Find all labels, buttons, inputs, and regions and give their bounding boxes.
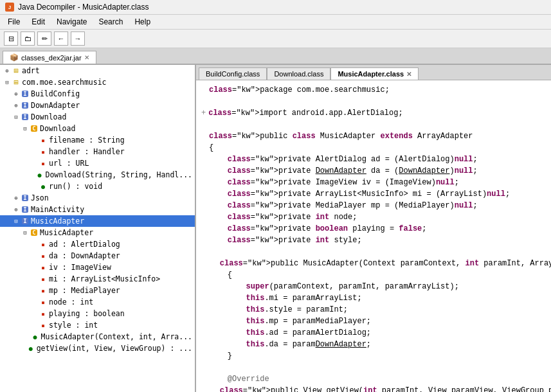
toolbar: ⊟ 🗀 ✏ ← →	[0, 30, 551, 48]
code-tab-label: MusicAdapter.class	[338, 70, 404, 78]
tree-node[interactable]: ▪handler : Handler	[0, 146, 195, 157]
expand-icon[interactable]: ⊕	[3, 66, 12, 75]
jar-tab-label: classes_dex2jar.jar	[21, 54, 82, 62]
expand-icon[interactable]	[30, 240, 39, 249]
tree-node-label: MusicAdapter(Context, int, Arra...	[41, 332, 192, 341]
expand-icon[interactable]	[30, 251, 39, 260]
tree-node[interactable]: ▪playing : boolean	[0, 308, 195, 319]
code-text	[209, 96, 213, 107]
menu-navigate[interactable]: Navigate	[51, 16, 92, 28]
expand-icon[interactable]	[30, 298, 39, 307]
tree-node-label: run() : void	[49, 182, 102, 191]
tree-node-label: Download	[31, 112, 66, 121]
tree-node-label: getView(int, View, ViewGroup) : ...	[37, 344, 192, 353]
expand-icon[interactable]	[30, 136, 39, 145]
expand-icon[interactable]: ⊕	[12, 101, 21, 110]
tree-node-label: Json	[31, 193, 49, 202]
tree-node[interactable]: ●MusicAdapter(Context, int, Arra...	[0, 331, 195, 343]
code-line: class="kw">public View getView(int param…	[201, 385, 546, 392]
tree-node[interactable]: ▪style : int	[0, 319, 195, 331]
expand-icon[interactable]: ⊕	[12, 89, 21, 98]
code-tab-2[interactable]: MusicAdapter.class✕	[330, 67, 419, 80]
expand-icon[interactable]	[22, 332, 31, 341]
expand-icon[interactable]	[30, 309, 39, 318]
code-text: this.mi = paramArrayList;	[209, 292, 362, 304]
tree-node[interactable]: ⊟IDownload	[0, 111, 195, 123]
toolbar-btn-1[interactable]: 🗀	[21, 31, 35, 46]
code-line	[201, 246, 546, 258]
jar-tab-icon: 📦	[10, 53, 19, 62]
expand-icon[interactable]	[30, 321, 39, 330]
code-text: {	[209, 269, 232, 281]
tree-node[interactable]: ⊕IMainActivity	[0, 204, 195, 215]
code-line: }	[201, 350, 546, 362]
tree-node[interactable]: ⊕IJson	[0, 192, 195, 204]
toolbar-btn-0[interactable]: ⊟	[4, 31, 18, 46]
tree-node[interactable]: ▪ad : AlertDialog	[0, 238, 195, 250]
expand-icon[interactable]	[30, 274, 39, 283]
tree-node[interactable]: ▪mi : ArrayList<MusicInfo>	[0, 273, 195, 285]
menu-search[interactable]: Search	[93, 16, 128, 28]
file-tab-jar[interactable]: 📦 classes_dex2jar.jar ✕	[3, 51, 96, 64]
expand-icon[interactable]: ⊟	[12, 112, 21, 121]
tree-node[interactable]: ●getView(int, View, ViewGroup) : ...	[0, 343, 195, 354]
toolbar-btn-2[interactable]: ✏	[37, 31, 51, 46]
expand-icon[interactable]	[30, 147, 39, 156]
tree-node[interactable]: ⊕⊞adrt	[0, 65, 195, 76]
menu-file[interactable]: File	[3, 16, 25, 28]
code-tab-close[interactable]: ✕	[406, 71, 411, 78]
expand-icon[interactable]: ⊟	[21, 124, 30, 133]
tree-node[interactable]: ▪node : int	[0, 296, 195, 308]
node-type-icon: I	[21, 205, 30, 214]
tree-node-label: mp : MediaPlayer	[49, 286, 120, 295]
code-line	[201, 362, 546, 373]
code-tab-1[interactable]: Download.class	[267, 67, 330, 80]
expand-icon[interactable]	[30, 286, 39, 295]
tree-node[interactable]: ⊟IMusicAdapter	[0, 215, 195, 227]
menu-help[interactable]: Help	[129, 16, 156, 28]
tree-node[interactable]: ●Download(String, String, Handl...	[0, 169, 195, 181]
node-type-icon: ▪	[39, 321, 48, 330]
node-type-icon: ●	[26, 344, 35, 353]
expand-icon[interactable]: ⊟	[3, 78, 12, 87]
tree-node[interactable]: ⊟⊞com.moe.searchmusic	[0, 76, 195, 88]
code-line	[201, 96, 546, 107]
tree-node-label: ad : AlertDialog	[49, 240, 120, 249]
code-tab-0[interactable]: BuildConfig.class	[199, 67, 267, 80]
code-text: class="kw">package com.moe.searchmusic;	[209, 84, 390, 96]
code-content[interactable]: class="kw">package com.moe.searchmusic; …	[196, 80, 551, 392]
tree-node[interactable]: ⊟CDownload	[0, 123, 195, 134]
expand-icon[interactable]	[30, 182, 39, 191]
tree-node-label: com.moe.searchmusic	[22, 78, 107, 87]
tree-node[interactable]: ▪iv : ImageView	[0, 262, 195, 273]
code-text: class="kw">private MediaPlayer mp = (Med…	[209, 200, 478, 211]
code-line: class="kw">private AlertDialog ad = (Ale…	[201, 154, 546, 165]
code-text: class="kw">private ArrayList<MusicInfo> …	[209, 188, 510, 200]
expand-icon[interactable]: ⊕	[12, 193, 21, 202]
tree-node[interactable]: ●run() : void	[0, 181, 195, 192]
expand-icon[interactable]: ⊕	[12, 205, 21, 214]
expand-marker[interactable]: +	[201, 107, 206, 119]
expand-icon[interactable]: ⊟	[21, 228, 30, 237]
expand-icon[interactable]: ⊟	[12, 217, 21, 226]
jar-tab-close[interactable]: ✕	[84, 54, 89, 61]
expand-icon[interactable]	[26, 170, 35, 179]
tree-node[interactable]: ⊟CMusicAdapter	[0, 227, 195, 238]
tree-node[interactable]: ⊕IBuildConfig	[0, 88, 195, 100]
toolbar-btn-forward[interactable]: →	[71, 31, 85, 46]
tree-node[interactable]: ▪url : URL	[0, 157, 195, 169]
expand-icon[interactable]	[17, 344, 26, 353]
code-text: class="kw">public View getView(int param…	[201, 385, 551, 392]
expand-icon[interactable]	[30, 263, 39, 272]
code-line: class="kw">private ImageView iv = (Image…	[201, 177, 546, 188]
tree-node[interactable]: ▪filename : String	[0, 134, 195, 146]
tree-node-label: adrt	[22, 66, 40, 75]
toolbar-btn-back[interactable]: ←	[54, 31, 68, 46]
tree-node[interactable]: ▪mp : MediaPlayer	[0, 285, 195, 296]
tree-node[interactable]: ▪da : DownAdapter	[0, 250, 195, 262]
menu-edit[interactable]: Edit	[26, 16, 50, 28]
tree-node[interactable]: ⊕IDownAdapter	[0, 100, 195, 111]
node-type-icon: I	[21, 217, 30, 226]
expand-icon[interactable]	[30, 159, 39, 168]
tree-node-label: mi : ArrayList<MusicInfo>	[49, 274, 160, 283]
